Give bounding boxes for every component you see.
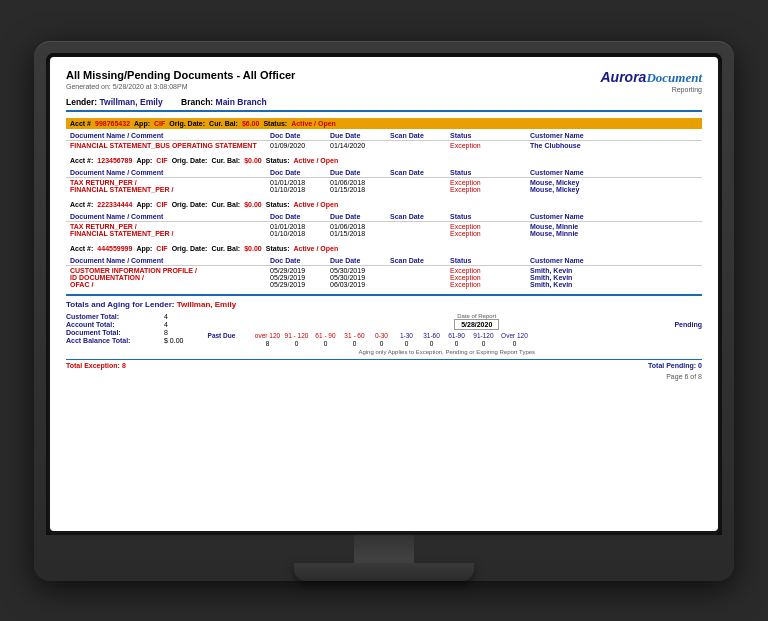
- doc-row: ID DOCUMENTATION / 05/29/2019 05/30/2019…: [66, 274, 702, 281]
- monitor: All Missing/Pending Documents - All Offi…: [34, 41, 734, 581]
- totals-footer: Total Exception: 8 Total Pending: 0: [66, 359, 702, 369]
- screen-bezel: All Missing/Pending Documents - All Offi…: [46, 53, 722, 535]
- document-total-row: Document Total: 8: [66, 329, 183, 336]
- date-label: Date of Report: [454, 313, 499, 319]
- totals-section: Totals and Aging for Lender: Twillman, E…: [66, 294, 702, 369]
- customer-total-row: Customer Total: 4: [66, 313, 183, 320]
- aging-values: 8 0 0 0 0 0 0 0 0 0: [191, 340, 702, 347]
- doc-col-headers-2: Document Name / Comment Doc Date Due Dat…: [66, 168, 702, 178]
- branch-value: Main Branch: [216, 97, 267, 107]
- lender-branch: Lender: Twillman, Emily Branch: Main Bra…: [66, 97, 702, 112]
- logo-area: AuroraDocument Reporting: [600, 69, 702, 93]
- past-due-header: Past Due: [191, 332, 251, 339]
- aging-note: Aging only Applies to Exception, Pending…: [191, 349, 702, 355]
- aging-val-row: 8 0 0 0 0 0 0 0 0 0: [253, 340, 530, 347]
- date-report-area: Date of Report 5/28/2020 Pending: [191, 313, 702, 330]
- doc-row: FINANCIAL STATEMENT_BUS OPERATING STATEM…: [66, 142, 702, 149]
- monitor-stand-neck: [354, 535, 414, 563]
- logo-reporting-text: Reporting: [600, 86, 702, 93]
- doc-col-headers-4: Document Name / Comment Doc Date Due Dat…: [66, 256, 702, 266]
- aging-headers: Past Due over 120 91 - 120 61 - 90 31 - …: [191, 332, 702, 339]
- account-section-4: Acct #: 444559999 App: CIF Orig. Date: C…: [66, 243, 702, 288]
- report-title-block: All Missing/Pending Documents - All Offi…: [66, 69, 295, 90]
- totals-title: Totals and Aging for Lender: Twillman, E…: [66, 300, 702, 309]
- page-number: Page 6 of 8: [66, 373, 702, 380]
- doc-col-headers-3: Document Name / Comment Doc Date Due Dat…: [66, 212, 702, 222]
- doc-row: OFAC / 05/29/2019 06/03/2019 Exception S…: [66, 281, 702, 288]
- logo-aurora-text: AuroraDocument: [600, 69, 702, 85]
- acct-prefix-1: Acct #: [70, 120, 91, 127]
- account-total-row: Account Total: 4: [66, 321, 183, 328]
- branch-label: Branch:: [181, 97, 213, 107]
- date-box: Date of Report 5/28/2020: [454, 313, 499, 330]
- acct-header-2: Acct #: 123456789 App: CIF Orig. Date: C…: [66, 155, 702, 166]
- generated-time: 3:08:08PM: [154, 83, 188, 90]
- totals-right: Date of Report 5/28/2020 Pending Past Du…: [191, 313, 702, 355]
- doc-col-headers-1: Document Name / Comment Doc Date Due Dat…: [66, 131, 702, 141]
- report-generated: Generated on: 5/28/2020 at 3:08:08PM: [66, 83, 295, 90]
- generated-label: Generated on:: [66, 83, 111, 90]
- report-content: All Missing/Pending Documents - All Offi…: [50, 57, 718, 531]
- account-section-2: Acct #: 123456789 App: CIF Orig. Date: C…: [66, 155, 702, 193]
- monitor-stand-base: [294, 563, 474, 581]
- totals-left: Customer Total: 4 Account Total: 4 Docum…: [66, 313, 183, 355]
- date-value: 5/28/2020: [454, 319, 499, 330]
- account-section-3: Acct #: 222334444 App: CIF Orig. Date: C…: [66, 199, 702, 237]
- doc-row: TAX RETURN_PER / 01/01/2018 01/06/2018 E…: [66, 179, 702, 186]
- doc-row: CUSTOMER INFORMATION PROFILE / 05/29/201…: [66, 267, 702, 274]
- logo-document-text: Document: [646, 70, 702, 85]
- doc-row: TAX RETURN_PER / 01/01/2018 01/06/2018 E…: [66, 223, 702, 230]
- report-title: All Missing/Pending Documents - All Offi…: [66, 69, 295, 81]
- pending-header: Pending: [674, 321, 702, 328]
- acct-num-1: 998765432: [95, 120, 130, 127]
- acct-header-3: Acct #: 222334444 App: CIF Orig. Date: C…: [66, 199, 702, 210]
- lender-label: Lender:: [66, 97, 97, 107]
- total-exception: Total Exception: 8: [66, 362, 126, 369]
- logo: AuroraDocument: [600, 69, 702, 86]
- doc-row: FINANCIAL STATEMENT_PER / 01/10/2018 01/…: [66, 186, 702, 193]
- doc-row: FINANCIAL STATEMENT_PER / 01/10/2018 01/…: [66, 230, 702, 237]
- aging-col-headers: over 120 91 - 120 61 - 90 31 - 60 0-30 1…: [253, 332, 530, 339]
- lender-value: Twillman, Emily: [100, 97, 163, 107]
- acct-header-4: Acct #: 444559999 App: CIF Orig. Date: C…: [66, 243, 702, 254]
- balance-total-row: Acct Balance Total: $ 0.00: [66, 337, 183, 344]
- acct-header-1: Acct # 998765432 App: CIF Orig. Date: Cu…: [66, 118, 702, 129]
- screen: All Missing/Pending Documents - All Offi…: [50, 57, 718, 531]
- generated-date: 5/28/2020: [113, 83, 144, 90]
- report-header: All Missing/Pending Documents - All Offi…: [66, 69, 702, 93]
- account-section-1: Acct # 998765432 App: CIF Orig. Date: Cu…: [66, 118, 702, 149]
- total-pending: Total Pending: 0: [648, 362, 702, 369]
- totals-body: Customer Total: 4 Account Total: 4 Docum…: [66, 313, 702, 355]
